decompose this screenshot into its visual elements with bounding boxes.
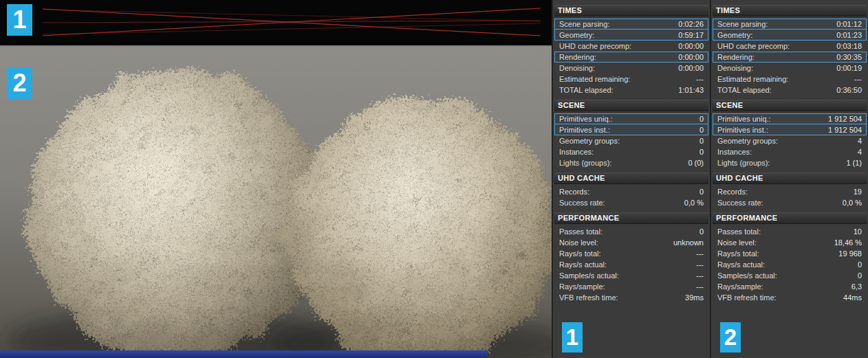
fur-render-image [0, 45, 552, 358]
wireframe-x-lines [0, 0, 552, 45]
stat-label: Denoising: [717, 64, 753, 72]
stat-row: Instances:4 [713, 146, 867, 157]
stat-row: Rendering:0:30:35 [713, 52, 867, 63]
stat-row: Noise level:18,46 % [713, 237, 867, 248]
region-1-badge: 1 [7, 4, 32, 36]
render-viewport: 1 2 [0, 0, 552, 358]
stat-value: 0 [699, 115, 704, 123]
stat-label: Passes total: [717, 227, 761, 236]
stat-label: Success rate: [559, 199, 605, 207]
stat-row: Primitives inst.:0 [554, 124, 708, 135]
stat-row: Rays/s actual:--- [554, 259, 708, 270]
stat-value: 0 [858, 271, 862, 280]
stat-row: Noise level:unknown [554, 237, 708, 248]
stat-label: TOTAL elapsed: [717, 86, 772, 94]
stat-label: Rays/s total: [717, 249, 759, 258]
stat-value: --- [696, 271, 704, 280]
stat-row: Estimated remaining:--- [554, 74, 708, 85]
stat-row: Passes total:10 [713, 226, 867, 237]
stat-row: Success rate:0,0 % [554, 197, 708, 208]
stat-label: Lights (groups): [559, 159, 611, 167]
stat-value: 0,0 % [684, 199, 704, 207]
stat-row: Geometry:0:01:23 [713, 30, 867, 41]
stat-value: 0:30:35 [836, 53, 862, 61]
stat-value: 0:00:00 [678, 53, 704, 61]
stat-label: Passes total: [559, 227, 603, 236]
stat-label: UHD cache precomp: [717, 42, 790, 50]
section-header-performance: PERFORMANCE [713, 212, 867, 224]
stat-label: Noise level: [717, 238, 757, 247]
stat-label: Records: [717, 188, 748, 196]
stat-row: Rays/s total:19 968 [713, 248, 867, 259]
stat-value: 0:01:12 [836, 20, 862, 28]
stat-label: Primitives uniq.: [559, 115, 613, 123]
section-header-scene: SCENE [554, 100, 708, 111]
stat-label: Rays/s actual: [717, 260, 765, 269]
stat-value: 10 [854, 227, 862, 236]
stat-row: Records:0 [554, 186, 708, 197]
stat-label: Success rate: [717, 199, 763, 207]
stat-value: 0 [699, 148, 704, 156]
stat-value: 1 912 504 [828, 126, 862, 134]
stat-value: 18,46 % [834, 238, 862, 247]
stat-value: 0:02:26 [678, 20, 704, 28]
stat-value: unknown [673, 238, 704, 247]
stat-value: 6,3 [851, 282, 862, 291]
stat-label: Geometry groups: [717, 137, 778, 145]
section-header-times: TIMES [554, 5, 708, 16]
panel-body: TIMESScene parsing:0:01:12Geometry:0:01:… [711, 5, 868, 303]
stat-row: UHD cache precomp:0:00:00 [554, 41, 708, 52]
app-root: 1 2 TIMESScene parsing:0:02:26Geometry:0… [0, 0, 868, 358]
stat-value: --- [696, 282, 704, 291]
stat-row: Records:19 [713, 186, 867, 197]
stat-value: 0:01:23 [836, 31, 862, 39]
stat-row: VFB refresh time:39ms [554, 292, 708, 303]
stat-row: Rays/sample:--- [554, 281, 708, 292]
stat-label: Samples/s actual: [559, 271, 619, 280]
stat-row: Rendering:0:00:00 [554, 52, 708, 63]
stat-label: Rays/s actual: [559, 260, 607, 269]
stat-value: 0:00:00 [678, 42, 704, 50]
stat-row: Rays/s total:--- [554, 248, 708, 259]
fur-render [0, 47, 552, 358]
stat-value: --- [854, 75, 862, 83]
stat-value: 44ms [843, 293, 862, 302]
stat-value: 1 (1) [846, 159, 862, 167]
stat-value: 19 968 [838, 249, 862, 258]
stats-panel-2: TIMESScene parsing:0:01:12Geometry:0:01:… [710, 0, 868, 358]
stat-row: Denoising:0:00:00 [554, 63, 708, 74]
stat-row: Denoising:0:00:19 [713, 63, 867, 74]
stat-value: 0:00:00 [678, 64, 704, 72]
stat-row: Lights (groups):0 (0) [554, 157, 708, 168]
stat-label: Instances: [717, 148, 752, 156]
stat-row: Instances:0 [554, 146, 708, 157]
stat-row: Primitives uniq.:0 [554, 113, 708, 124]
stat-value: 4 [858, 148, 862, 156]
stat-label: VFB refresh time: [559, 293, 618, 302]
stat-row: Rays/s actual:0 [713, 259, 867, 270]
stat-label: Geometry: [559, 31, 594, 39]
stats-panel-1: TIMESScene parsing:0:02:26Geometry:0:59:… [552, 0, 710, 358]
stat-label: Rays/s total: [559, 249, 601, 258]
stat-label: Estimated remaining: [717, 75, 788, 83]
stat-value: 0:36:50 [836, 86, 862, 94]
stat-label: Estimated remaining: [559, 75, 630, 83]
panel-1-badge: 1 [562, 322, 583, 353]
section-header-uhd-cache: UHD CACHE [713, 172, 867, 184]
stat-label: Records: [559, 188, 589, 196]
stat-value: 0:03:18 [836, 42, 862, 50]
stat-label: Primitives inst.: [559, 126, 610, 134]
stat-row: UHD cache precomp:0:03:18 [713, 41, 867, 52]
stat-value: 4 [858, 137, 862, 145]
section-header-uhd-cache: UHD CACHE [554, 172, 708, 184]
stat-label: Rays/sample: [559, 282, 605, 291]
stat-value: 0:59:17 [678, 31, 704, 39]
stat-row: Passes total:0 [554, 226, 708, 237]
stat-label: Rendering: [559, 53, 596, 61]
stat-value: 0 [699, 126, 704, 134]
stat-row: Geometry:0:59:17 [554, 30, 708, 41]
stat-value: 0,0 % [843, 199, 862, 207]
wireframe-viewport [0, 0, 552, 45]
stat-value: 0 [699, 137, 704, 145]
stat-label: Rendering: [717, 53, 755, 61]
